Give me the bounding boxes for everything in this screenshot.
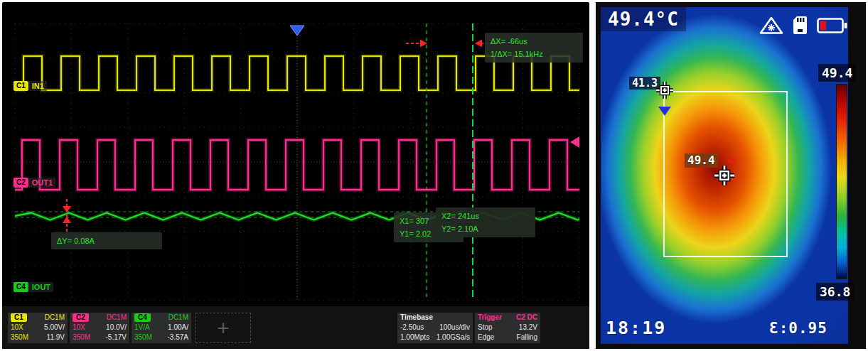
status-icons — [759, 16, 847, 35]
c1-scale: 5.00V/ — [44, 323, 65, 333]
scope-status-bar: C1 DC1M 10X 5.00V/ 350M 11.9V C2 DC1M 10… — [2, 306, 589, 349]
center-crosshair-icon — [714, 165, 735, 186]
c4-bandwidth: 350M — [134, 333, 152, 342]
c1-row-offset: 350M 11.9V — [8, 333, 68, 342]
delta-x-value: ΔX= -66us — [491, 35, 577, 48]
trigger-slope-row: Edge Falling — [475, 333, 540, 342]
channel4-descriptor[interactable]: C4 DC1M 1V/A 1.00A/ 350M -3.57A — [132, 313, 191, 343]
x2-value: X2= 241us — [441, 210, 530, 222]
c2-scale: 10.0V/ — [106, 323, 127, 333]
sd-card-icon — [793, 16, 808, 35]
c2-row-scale: 10X 10.0V/ — [70, 323, 129, 333]
laser-warning-icon — [759, 16, 783, 35]
trigger-position-indicator — [290, 26, 304, 36]
trace-name-c2: OUT1 — [29, 178, 55, 188]
oscilloscope-screen: C1 IN1 C2 OUT1 C4 IOUT ΔX= -66us 1/ΔX= 1… — [2, 2, 589, 349]
delta-y-value: ΔY= 0.08A — [57, 234, 156, 247]
trigger-mode-row: Stop 13.2V — [475, 323, 540, 333]
c2-coupling: DC1M — [107, 313, 127, 323]
c2-row-coupling: C2 DC1M — [70, 313, 129, 323]
trigger-mode: Stop — [478, 323, 493, 333]
thermal-camera-screen: 49.4°C 49.4 — [596, 2, 866, 349]
channel-chip-c4: C4 — [14, 282, 28, 292]
c4-probe: 1V/A — [134, 323, 150, 333]
c4-row-scale: 1V/A 1.00A/ — [132, 323, 191, 333]
channel2-descriptor[interactable]: C2 DC1M 10X 10.0V/ 350M -5.17V — [70, 313, 129, 343]
delta-x-freq: 1/ΔX= 15.1kHz — [491, 48, 577, 60]
center-marker-label: 49.4 — [685, 153, 718, 168]
scale-min-label: 36.8 — [816, 283, 854, 301]
add-channel-box[interactable]: + — [195, 313, 251, 343]
trigger-level-marker — [570, 136, 579, 148]
c1-offset: 11.9V — [47, 333, 65, 342]
trigger-type: Edge — [478, 333, 494, 342]
channel-chip-c2: C2 — [14, 178, 28, 188]
timebase-descriptor[interactable]: Timebase -2.50us 100us/div 1.00Mpts 1.00… — [397, 313, 473, 343]
timebase-memory-row: 1.00Mpts 1.00GSa/s — [397, 333, 473, 342]
c1-coupling: DC1M — [45, 313, 65, 323]
delta-y-readout: ΔY= 0.08A — [51, 232, 162, 249]
c2-row-offset: 350M -5.17V — [70, 333, 129, 342]
c2-probe: 10X — [73, 323, 85, 333]
timebase-scale-row: -2.50us 100us/div — [397, 323, 473, 333]
temperature-colorbar — [836, 84, 847, 279]
delta-x-readout: ΔX= -66us 1/ΔX= 15.1kHz — [485, 33, 583, 63]
c1-bandwidth: 350M — [11, 333, 28, 342]
area-min-crosshair-icon — [655, 81, 674, 99]
trace-label-c2[interactable]: C2 OUT1 — [14, 178, 55, 188]
c4-offset: -3.57A — [168, 333, 188, 342]
c4-badge: C4 — [134, 313, 151, 322]
max-temp-readout: 49.4°C — [601, 7, 686, 31]
battery-low-icon — [817, 17, 847, 34]
min-temp-arrow-icon — [658, 107, 671, 116]
thermal-image: 49.4°C 49.4 — [601, 7, 848, 344]
trigger-title: Trigger — [478, 313, 502, 323]
dx-arrow-right-head — [475, 40, 482, 48]
trace-name-c4: IOUT — [29, 282, 53, 292]
trace-label-c1[interactable]: C1 IN1 — [14, 81, 47, 91]
emissivity-readout: Ɛ:0.95 — [769, 320, 827, 337]
c2-offset: -5.17V — [106, 333, 127, 342]
scale-max-label: 49.4 — [818, 64, 856, 82]
max-temp-arrow-icon — [727, 156, 736, 163]
channel1-descriptor[interactable]: C1 DC1M 10X 5.00V/ 350M 11.9V — [8, 313, 68, 343]
timebase-title: Timebase — [400, 313, 433, 323]
timebase-samplerate: 1.00GSa/s — [436, 333, 470, 342]
c4-row-offset: 350M -3.57A — [132, 333, 191, 342]
waveforms — [2, 56, 589, 220]
plus-icon: + — [217, 318, 230, 339]
c2-bandwidth: 350M — [73, 333, 90, 342]
c1-row-coupling: C1 DC1M — [8, 313, 68, 323]
trigger-descriptor[interactable]: Trigger C2 DC Stop 13.2V Edge Falling — [475, 313, 540, 343]
clock-readout: 18:19 — [606, 318, 666, 338]
trace-name-c1: IN1 — [29, 81, 47, 91]
trigger-slope: Falling — [517, 333, 537, 342]
trigger-source: C2 DC — [516, 313, 537, 323]
timebase-delay: -2.50us — [400, 323, 424, 333]
c4-coupling: DC1M — [168, 313, 188, 323]
dy-arrow-up-head — [63, 217, 71, 224]
timebase-scale: 100us/div — [439, 323, 470, 333]
c4-row-coupling: C4 DC1M — [132, 313, 191, 323]
c1-badge: C1 — [11, 313, 27, 322]
c1-probe: 10X — [11, 323, 23, 333]
c2-badge: C2 — [73, 313, 89, 322]
timebase-title-row: Timebase — [397, 313, 473, 323]
channel-chip-c1: C1 — [14, 81, 28, 91]
timebase-memory: 1.00Mpts — [400, 333, 429, 342]
trigger-title-row: Trigger C2 DC — [475, 313, 540, 323]
trace-label-c4[interactable]: C4 IOUT — [14, 282, 53, 292]
c4-scale: 1.00A/ — [168, 323, 188, 333]
cursor2-readout: X2= 241us Y2= 2.10A — [436, 207, 535, 237]
c1-row-scale: 10X 5.00V/ — [8, 323, 68, 333]
y2-value: Y2= 2.10A — [441, 222, 530, 235]
waveform-c2 — [11, 140, 589, 190]
trigger-level: 13.2V — [519, 323, 537, 333]
